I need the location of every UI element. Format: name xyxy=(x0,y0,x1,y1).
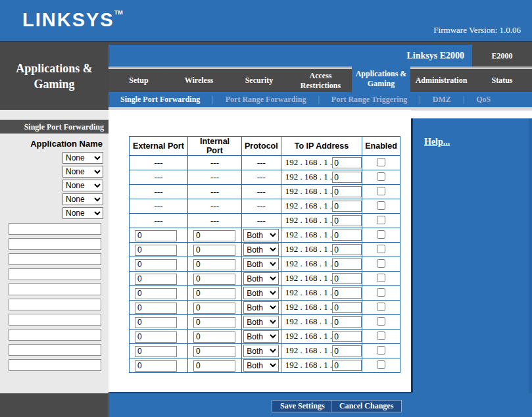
enabled-checkbox[interactable] xyxy=(377,331,385,340)
application-name-input[interactable] xyxy=(9,283,101,295)
external-port-input[interactable] xyxy=(135,274,177,285)
internal-port-input[interactable] xyxy=(193,360,235,372)
ip-last-octet-input[interactable] xyxy=(332,302,362,313)
application-name-input[interactable] xyxy=(9,299,101,310)
ip-last-octet-input[interactable] xyxy=(332,287,362,299)
external-port-input[interactable] xyxy=(135,331,177,343)
application-name-select[interactable]: None xyxy=(62,166,103,178)
ip-last-octet-input[interactable] xyxy=(332,316,362,328)
ip-last-octet-input[interactable] xyxy=(332,331,362,342)
subnav-item[interactable]: Port Range Forwarding xyxy=(226,95,306,105)
external-port-input[interactable] xyxy=(135,230,177,241)
internal-port-input[interactable] xyxy=(193,303,235,314)
application-name-input[interactable] xyxy=(9,238,101,250)
application-name-select[interactable]: None xyxy=(62,193,103,205)
protocol-select[interactable]: Both xyxy=(243,330,279,343)
ip-last-octet-input[interactable] xyxy=(332,230,362,241)
external-port-input[interactable] xyxy=(135,245,177,256)
protocol-value: --- xyxy=(242,156,281,170)
table-row-custom: Both 192 . 168 . 1 . xyxy=(130,301,400,315)
application-input-stack xyxy=(9,223,101,371)
enabled-checkbox[interactable] xyxy=(377,259,385,268)
application-name-input[interactable] xyxy=(9,329,101,341)
cancel-changes-button[interactable]: Cancel Changes xyxy=(331,400,402,412)
internal-port-input[interactable] xyxy=(193,317,235,328)
application-name-select[interactable]: None xyxy=(62,207,103,219)
application-name-input[interactable] xyxy=(9,268,101,280)
subnav-separator: | xyxy=(318,95,319,105)
internal-port-input[interactable] xyxy=(193,230,235,241)
enabled-checkbox[interactable] xyxy=(377,360,385,369)
column-header: To IP Address xyxy=(281,137,362,156)
nav-tab[interactable]: Status xyxy=(472,69,532,92)
ip-last-octet-input[interactable] xyxy=(332,172,362,183)
enabled-checkbox[interactable] xyxy=(377,346,385,355)
enabled-checkbox[interactable] xyxy=(377,201,385,210)
protocol-select[interactable]: Both xyxy=(243,316,279,328)
enabled-checkbox[interactable] xyxy=(377,317,385,326)
ip-last-octet-input[interactable] xyxy=(332,157,362,168)
port-forwarding-table: External PortInternal PortProtocolTo IP … xyxy=(129,136,400,373)
protocol-select[interactable]: Both xyxy=(243,243,279,256)
ip-last-octet-input[interactable] xyxy=(332,244,362,255)
external-port-input[interactable] xyxy=(135,303,177,314)
internal-port-input[interactable] xyxy=(193,259,235,270)
ip-last-octet-input[interactable] xyxy=(332,273,362,284)
application-name-input[interactable] xyxy=(9,253,101,265)
enabled-checkbox[interactable] xyxy=(377,245,385,253)
help-link[interactable]: Help... xyxy=(424,137,450,147)
nav-tab[interactable]: Wireless xyxy=(169,69,229,92)
enabled-checkbox[interactable] xyxy=(377,274,385,282)
protocol-select[interactable]: Both xyxy=(243,287,279,299)
internal-port-input[interactable] xyxy=(193,346,235,357)
external-port-input[interactable] xyxy=(135,288,177,299)
enabled-checkbox[interactable] xyxy=(377,172,385,181)
ip-last-octet-input[interactable] xyxy=(332,186,362,197)
external-port-input[interactable] xyxy=(135,360,177,372)
ip-last-octet-input[interactable] xyxy=(332,345,362,356)
subnav-item[interactable]: QoS xyxy=(476,95,491,105)
protocol-select[interactable]: Both xyxy=(243,359,279,372)
application-name-input[interactable] xyxy=(9,314,101,326)
protocol-select[interactable]: Both xyxy=(243,272,279,285)
ip-last-octet-input[interactable] xyxy=(332,215,362,226)
nav-tab[interactable]: Applications & Gaming xyxy=(352,66,410,92)
internal-port-input[interactable] xyxy=(193,331,235,343)
nav-tab[interactable]: Administration xyxy=(410,69,472,92)
nav-tab[interactable]: Security xyxy=(229,69,289,92)
external-port-input[interactable] xyxy=(135,317,177,328)
internal-port-input[interactable] xyxy=(193,274,235,285)
subnav-item[interactable]: Port Range Triggering xyxy=(331,95,408,105)
save-settings-button[interactable]: Save Settings xyxy=(272,400,333,412)
external-port-input[interactable] xyxy=(135,259,177,270)
internal-port-value: --- xyxy=(188,199,242,214)
subnav-item[interactable]: Single Port Forwarding xyxy=(120,95,200,105)
protocol-select[interactable]: Both xyxy=(243,258,279,270)
enabled-checkbox[interactable] xyxy=(377,288,385,297)
protocol-select[interactable]: Both xyxy=(243,345,279,357)
subnav-item[interactable]: DMZ xyxy=(433,95,451,105)
nav-tab-label: Setup xyxy=(129,76,148,86)
internal-port-input[interactable] xyxy=(193,245,235,256)
application-name-input[interactable] xyxy=(9,223,101,235)
column-header: Protocol xyxy=(242,137,281,156)
protocol-select[interactable]: Both xyxy=(243,301,279,314)
ip-last-octet-input[interactable] xyxy=(332,360,362,371)
enabled-checkbox[interactable] xyxy=(377,216,385,224)
ip-prefix: 192 . 168 . 1 . xyxy=(285,316,333,326)
enabled-checkbox[interactable] xyxy=(377,303,385,311)
application-name-select[interactable]: None xyxy=(62,152,103,164)
enabled-checkbox[interactable] xyxy=(377,187,385,195)
enabled-checkbox[interactable] xyxy=(377,158,385,166)
application-name-input[interactable] xyxy=(9,344,101,356)
protocol-select[interactable]: Both xyxy=(243,229,279,241)
internal-port-input[interactable] xyxy=(193,288,235,299)
nav-tab[interactable]: Setup xyxy=(109,69,169,92)
ip-last-octet-input[interactable] xyxy=(332,258,362,270)
ip-last-octet-input[interactable] xyxy=(332,201,362,212)
enabled-checkbox[interactable] xyxy=(377,230,385,239)
external-port-input[interactable] xyxy=(135,346,177,357)
nav-tab[interactable]: Access Restrictions xyxy=(289,69,352,92)
application-name-input[interactable] xyxy=(9,359,101,371)
application-name-select[interactable]: None xyxy=(62,180,103,191)
